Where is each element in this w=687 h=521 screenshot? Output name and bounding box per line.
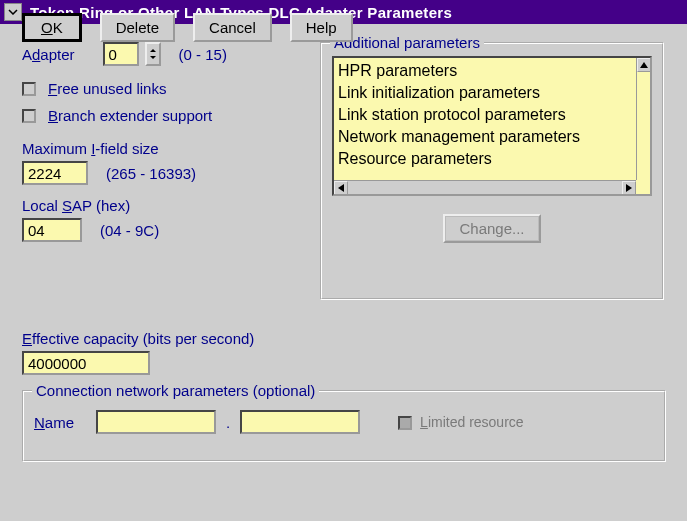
delete-button[interactable]: Delete: [100, 13, 175, 42]
limited-resource-row: Limited resource: [398, 414, 523, 430]
adapter-row: Adapter (0 - 15): [22, 42, 312, 66]
capacity-label: Effective capacity (bits per second): [22, 330, 662, 347]
ifield-range: (265 - 16393): [106, 165, 196, 182]
conn-name2-input[interactable]: [240, 410, 360, 434]
adapter-label: Adapter: [22, 46, 75, 63]
scroll-right-icon[interactable]: [622, 181, 636, 195]
sap-input[interactable]: [22, 218, 82, 242]
sap-range: (04 - 9C): [100, 222, 159, 239]
capacity-input[interactable]: [22, 351, 150, 375]
change-button[interactable]: Change...: [443, 214, 540, 243]
conn-name-label: Name: [34, 414, 74, 431]
list-item[interactable]: HPR parameters: [338, 60, 646, 82]
cancel-button[interactable]: Cancel: [193, 13, 272, 42]
limited-resource-checkbox: [398, 416, 412, 430]
list-item[interactable]: Network management parameters: [338, 126, 646, 148]
conn-name1-input[interactable]: [96, 410, 216, 434]
branch-ext-row[interactable]: Branch extender support: [22, 107, 312, 124]
system-menu-icon[interactable]: [4, 3, 22, 21]
list-item[interactable]: Link initialization parameters: [338, 82, 646, 104]
limited-resource-label: Limited resource: [420, 414, 524, 430]
sap-label: Local SAP (hex): [22, 197, 312, 214]
connection-network-group: Connection network parameters (optional)…: [22, 390, 666, 462]
dialog-buttons: OK Delete Cancel Help: [22, 13, 353, 42]
free-links-checkbox[interactable]: [22, 82, 36, 96]
ifield-input[interactable]: [22, 161, 88, 185]
branch-ext-checkbox[interactable]: [22, 109, 36, 123]
scroll-up-icon[interactable]: [637, 58, 651, 72]
listbox-scrollbar-h[interactable]: [334, 180, 636, 194]
svg-marker-4: [626, 184, 632, 192]
svg-marker-1: [150, 56, 156, 59]
conn-name-dot: .: [226, 414, 230, 431]
list-item[interactable]: Link station protocol parameters: [338, 104, 646, 126]
listbox-scrollbar-v[interactable]: [636, 58, 650, 180]
additional-params-group: Additional parameters HPR parameters Lin…: [320, 42, 664, 300]
scroll-left-icon[interactable]: [334, 181, 348, 195]
adapter-input[interactable]: [103, 42, 139, 66]
help-button[interactable]: Help: [290, 13, 353, 42]
free-links-label: Free unused links: [48, 80, 166, 97]
adapter-range: (0 - 15): [179, 46, 227, 63]
sap-block: Local SAP (hex) (04 - 9C): [22, 197, 312, 242]
content-area: Adapter (0 - 15) Free unused links Branc…: [0, 24, 687, 56]
connection-network-title: Connection network parameters (optional): [32, 382, 319, 399]
svg-marker-0: [150, 49, 156, 52]
dialog-window: Token Ring or Other LAN Types DLC Adapte…: [0, 0, 687, 521]
ok-button[interactable]: OK: [22, 13, 82, 42]
ifield-label: Maximum I-field size: [22, 140, 312, 157]
additional-params-listbox[interactable]: HPR parameters Link initialization param…: [332, 56, 652, 196]
svg-marker-3: [338, 184, 344, 192]
svg-marker-2: [640, 62, 648, 68]
branch-ext-label: Branch extender support: [48, 107, 212, 124]
capacity-block: Effective capacity (bits per second): [22, 330, 662, 375]
left-column: Adapter (0 - 15) Free unused links Branc…: [22, 42, 312, 252]
scroll-corner: [636, 180, 650, 194]
adapter-spinner[interactable]: [145, 42, 161, 66]
additional-params-title: Additional parameters: [330, 34, 484, 51]
ifield-block: Maximum I-field size (265 - 16393): [22, 140, 312, 185]
free-links-row[interactable]: Free unused links: [22, 80, 312, 97]
list-item[interactable]: Resource parameters: [338, 148, 646, 170]
